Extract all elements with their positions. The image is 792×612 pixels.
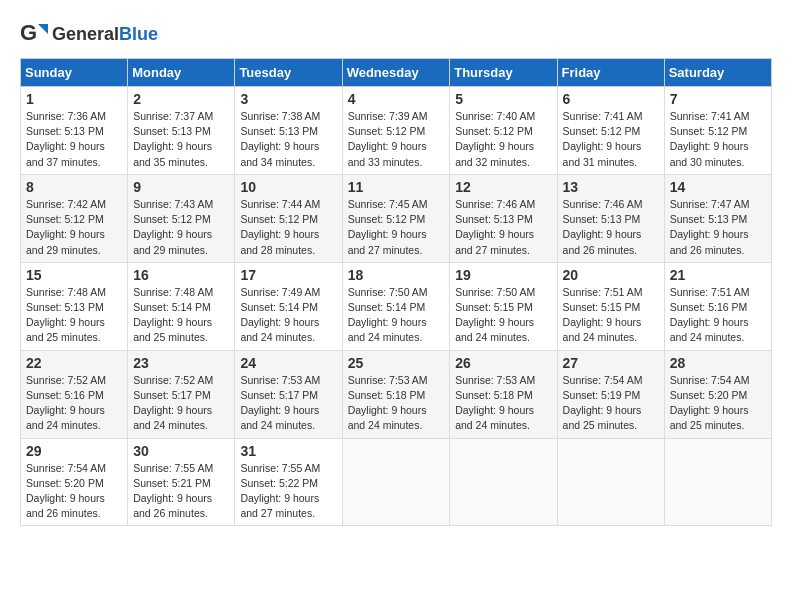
calendar-header-wednesday: Wednesday [342,59,450,87]
calendar-week-row: 8Sunrise: 7:42 AM Sunset: 5:12 PM Daylig… [21,174,772,262]
day-number: 4 [348,91,445,107]
day-number: 24 [240,355,336,371]
day-number: 14 [670,179,766,195]
day-number: 25 [348,355,445,371]
calendar-day-cell: 5Sunrise: 7:40 AM Sunset: 5:12 PM Daylig… [450,87,557,175]
calendar-header-row: SundayMondayTuesdayWednesdayThursdayFrid… [21,59,772,87]
day-number: 5 [455,91,551,107]
day-number: 2 [133,91,229,107]
calendar-day-cell: 29Sunrise: 7:54 AM Sunset: 5:20 PM Dayli… [21,438,128,526]
logo-blue-text: Blue [119,24,158,44]
day-info: Sunrise: 7:45 AM Sunset: 5:12 PM Dayligh… [348,197,445,258]
day-info: Sunrise: 7:41 AM Sunset: 5:12 PM Dayligh… [563,109,659,170]
day-info: Sunrise: 7:43 AM Sunset: 5:12 PM Dayligh… [133,197,229,258]
day-info: Sunrise: 7:54 AM Sunset: 5:20 PM Dayligh… [26,461,122,522]
day-info: Sunrise: 7:51 AM Sunset: 5:15 PM Dayligh… [563,285,659,346]
day-info: Sunrise: 7:49 AM Sunset: 5:14 PM Dayligh… [240,285,336,346]
day-info: Sunrise: 7:38 AM Sunset: 5:13 PM Dayligh… [240,109,336,170]
calendar-header-tuesday: Tuesday [235,59,342,87]
day-info: Sunrise: 7:48 AM Sunset: 5:14 PM Dayligh… [133,285,229,346]
svg-text:G: G [20,20,37,45]
logo-icon: G [20,20,48,48]
logo-general-text: General [52,24,119,44]
calendar-header-sunday: Sunday [21,59,128,87]
day-number: 10 [240,179,336,195]
day-number: 27 [563,355,659,371]
calendar-day-cell: 12Sunrise: 7:46 AM Sunset: 5:13 PM Dayli… [450,174,557,262]
calendar-day-cell: 3Sunrise: 7:38 AM Sunset: 5:13 PM Daylig… [235,87,342,175]
day-number: 20 [563,267,659,283]
day-number: 8 [26,179,122,195]
day-number: 19 [455,267,551,283]
day-info: Sunrise: 7:55 AM Sunset: 5:21 PM Dayligh… [133,461,229,522]
calendar-day-cell: 23Sunrise: 7:52 AM Sunset: 5:17 PM Dayli… [128,350,235,438]
calendar-day-cell: 6Sunrise: 7:41 AM Sunset: 5:12 PM Daylig… [557,87,664,175]
calendar-week-row: 29Sunrise: 7:54 AM Sunset: 5:20 PM Dayli… [21,438,772,526]
calendar-header-friday: Friday [557,59,664,87]
day-number: 11 [348,179,445,195]
day-info: Sunrise: 7:53 AM Sunset: 5:18 PM Dayligh… [348,373,445,434]
day-number: 9 [133,179,229,195]
calendar-header-thursday: Thursday [450,59,557,87]
calendar-day-cell [664,438,771,526]
day-info: Sunrise: 7:37 AM Sunset: 5:13 PM Dayligh… [133,109,229,170]
calendar-day-cell: 17Sunrise: 7:49 AM Sunset: 5:14 PM Dayli… [235,262,342,350]
calendar-day-cell: 30Sunrise: 7:55 AM Sunset: 5:21 PM Dayli… [128,438,235,526]
day-info: Sunrise: 7:39 AM Sunset: 5:12 PM Dayligh… [348,109,445,170]
day-info: Sunrise: 7:53 AM Sunset: 5:18 PM Dayligh… [455,373,551,434]
calendar-day-cell: 8Sunrise: 7:42 AM Sunset: 5:12 PM Daylig… [21,174,128,262]
day-info: Sunrise: 7:46 AM Sunset: 5:13 PM Dayligh… [563,197,659,258]
calendar-day-cell: 2Sunrise: 7:37 AM Sunset: 5:13 PM Daylig… [128,87,235,175]
day-info: Sunrise: 7:54 AM Sunset: 5:20 PM Dayligh… [670,373,766,434]
calendar-day-cell: 4Sunrise: 7:39 AM Sunset: 5:12 PM Daylig… [342,87,450,175]
day-number: 15 [26,267,122,283]
day-info: Sunrise: 7:47 AM Sunset: 5:13 PM Dayligh… [670,197,766,258]
day-number: 21 [670,267,766,283]
day-number: 26 [455,355,551,371]
day-info: Sunrise: 7:52 AM Sunset: 5:17 PM Dayligh… [133,373,229,434]
calendar-day-cell: 18Sunrise: 7:50 AM Sunset: 5:14 PM Dayli… [342,262,450,350]
calendar-day-cell: 28Sunrise: 7:54 AM Sunset: 5:20 PM Dayli… [664,350,771,438]
calendar-day-cell: 25Sunrise: 7:53 AM Sunset: 5:18 PM Dayli… [342,350,450,438]
calendar-week-row: 22Sunrise: 7:52 AM Sunset: 5:16 PM Dayli… [21,350,772,438]
calendar-day-cell: 10Sunrise: 7:44 AM Sunset: 5:12 PM Dayli… [235,174,342,262]
calendar-week-row: 1Sunrise: 7:36 AM Sunset: 5:13 PM Daylig… [21,87,772,175]
logo: G GeneralBlue [20,20,158,48]
day-number: 7 [670,91,766,107]
day-number: 23 [133,355,229,371]
calendar-day-cell: 31Sunrise: 7:55 AM Sunset: 5:22 PM Dayli… [235,438,342,526]
day-number: 16 [133,267,229,283]
day-number: 31 [240,443,336,459]
day-number: 28 [670,355,766,371]
calendar-day-cell: 14Sunrise: 7:47 AM Sunset: 5:13 PM Dayli… [664,174,771,262]
day-info: Sunrise: 7:51 AM Sunset: 5:16 PM Dayligh… [670,285,766,346]
day-number: 29 [26,443,122,459]
day-number: 17 [240,267,336,283]
svg-marker-1 [38,24,48,34]
day-number: 12 [455,179,551,195]
calendar-header-monday: Monday [128,59,235,87]
calendar-day-cell: 20Sunrise: 7:51 AM Sunset: 5:15 PM Dayli… [557,262,664,350]
day-info: Sunrise: 7:54 AM Sunset: 5:19 PM Dayligh… [563,373,659,434]
calendar-day-cell: 7Sunrise: 7:41 AM Sunset: 5:12 PM Daylig… [664,87,771,175]
calendar-day-cell [450,438,557,526]
calendar-day-cell: 16Sunrise: 7:48 AM Sunset: 5:14 PM Dayli… [128,262,235,350]
calendar-day-cell: 26Sunrise: 7:53 AM Sunset: 5:18 PM Dayli… [450,350,557,438]
day-info: Sunrise: 7:44 AM Sunset: 5:12 PM Dayligh… [240,197,336,258]
day-info: Sunrise: 7:41 AM Sunset: 5:12 PM Dayligh… [670,109,766,170]
calendar-day-cell: 22Sunrise: 7:52 AM Sunset: 5:16 PM Dayli… [21,350,128,438]
day-info: Sunrise: 7:52 AM Sunset: 5:16 PM Dayligh… [26,373,122,434]
day-info: Sunrise: 7:53 AM Sunset: 5:17 PM Dayligh… [240,373,336,434]
calendar-day-cell: 24Sunrise: 7:53 AM Sunset: 5:17 PM Dayli… [235,350,342,438]
day-info: Sunrise: 7:40 AM Sunset: 5:12 PM Dayligh… [455,109,551,170]
page-header: G GeneralBlue [20,20,772,48]
calendar-day-cell: 15Sunrise: 7:48 AM Sunset: 5:13 PM Dayli… [21,262,128,350]
calendar-table: SundayMondayTuesdayWednesdayThursdayFrid… [20,58,772,526]
day-number: 1 [26,91,122,107]
day-number: 6 [563,91,659,107]
day-info: Sunrise: 7:55 AM Sunset: 5:22 PM Dayligh… [240,461,336,522]
calendar-day-cell: 27Sunrise: 7:54 AM Sunset: 5:19 PM Dayli… [557,350,664,438]
day-info: Sunrise: 7:50 AM Sunset: 5:14 PM Dayligh… [348,285,445,346]
day-info: Sunrise: 7:48 AM Sunset: 5:13 PM Dayligh… [26,285,122,346]
day-number: 30 [133,443,229,459]
